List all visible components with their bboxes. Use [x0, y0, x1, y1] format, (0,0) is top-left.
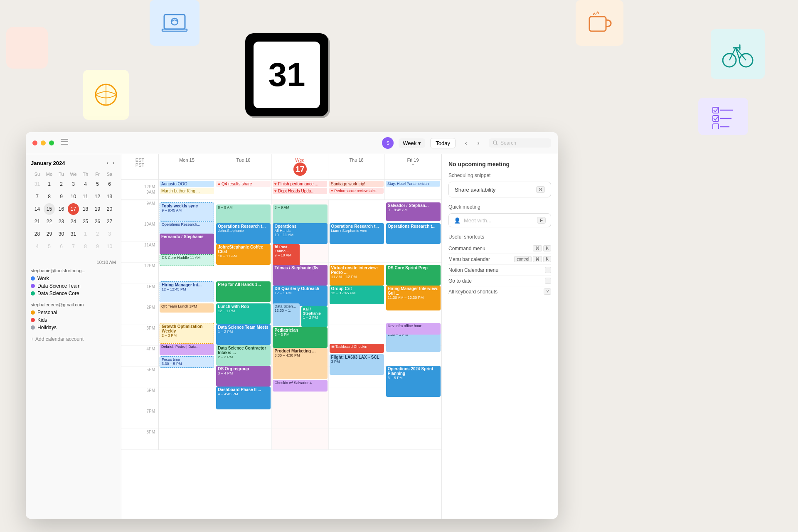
mini-cal-day[interactable]: 6 [56, 241, 67, 252]
mini-cal-day[interactable]: 12 [92, 191, 103, 202]
mini-cal-day[interactable]: 2 [92, 228, 103, 240]
mini-cal-day[interactable]: 19 [92, 203, 103, 215]
event-kai-stephanie[interactable]: Kai / Stephanie 1 – 2 PM [301, 306, 328, 327]
event-dev-infra[interactable]: Dev Infra office hour: [386, 323, 441, 335]
event-pediatrician[interactable]: Pediatrician 2 – 3 PM [273, 327, 327, 348]
mini-cal-day[interactable]: 31 [32, 178, 43, 190]
event-ds-contractor[interactable]: Data Science Contractor Intake: ... 2 – … [216, 345, 271, 366]
allday-event[interactable]: ♥ Performance review talks [329, 188, 384, 194]
event-focus-time[interactable]: Focus time 3:30 – 5 PM [160, 356, 214, 368]
mini-cal-day[interactable]: 10 [104, 241, 115, 252]
mini-cal-day[interactable]: 8 [80, 241, 91, 252]
event-checkin-salvador[interactable]: Checkin w/ Salvador 4 [273, 380, 327, 392]
event-tools-weekly[interactable]: Tools weekly sync 9 – 9:45 AM [160, 202, 214, 221]
mini-cal-day[interactable]: 31 [68, 228, 79, 240]
calendar-item-kids[interactable]: Kids [31, 316, 116, 324]
event-operations-wed[interactable]: Operations All Hands 10 – 11 AM [273, 223, 327, 244]
mini-cal-day[interactable]: 7 [32, 191, 43, 202]
event-data-scien[interactable]: Data Scien... 12:30 – 1: [273, 303, 300, 326]
event-growth-optimization[interactable]: Growth Optimization Weekly 2 – 3 PM [160, 323, 214, 344]
minimize-button[interactable] [41, 140, 46, 145]
next-button[interactable]: › [473, 138, 484, 148]
mini-cal-day[interactable]: 21 [32, 216, 43, 227]
add-calendar-account[interactable]: + Add calendar account [31, 336, 116, 342]
event-lunch-with-rob[interactable]: Lunch with Rob 12 – 1 PM [216, 303, 271, 324]
event-ds-org-regroup[interactable]: DS Org regroup 3 – 4 PM [216, 366, 271, 387]
mini-cal-day[interactable]: 5 [92, 178, 103, 190]
allday-event[interactable]: Augusto OOO [160, 181, 214, 187]
event-fernando-stephanie[interactable]: Fernando / Stephanie [160, 234, 214, 254]
event-group-crit[interactable]: Group Crit 12 – 12:45 PM [330, 286, 384, 304]
mini-cal-day[interactable]: 28 [32, 228, 43, 240]
event-ds-core-huddle[interactable]: DS Core Huddle 11 AM [160, 254, 214, 266]
mini-cal-day[interactable]: 13 [104, 191, 115, 202]
allday-event[interactable]: ♥ Dept Heads Upda... [273, 188, 327, 194]
allday-event[interactable]: Santiago work trip! [329, 181, 384, 187]
mini-cal-day[interactable]: 1 [80, 228, 91, 240]
event-ds-core-sprint[interactable]: DS Core Sprint Prep [386, 265, 441, 286]
allday-event[interactable]: Martin Luther King ... [160, 188, 214, 194]
mini-cal-day[interactable]: 14 [32, 203, 43, 215]
mini-cal-day[interactable]: 11 [80, 191, 91, 202]
allday-event[interactable]: ● Q4 results share [216, 181, 271, 187]
event-hiring-manager-fri[interactable]: Hiring Manager Interview: Gui ... 11:30 … [386, 286, 441, 310]
mini-cal-day[interactable]: 18 [80, 203, 91, 215]
mini-cal-day[interactable]: 22 [44, 216, 55, 227]
mini-cal-day[interactable]: 25 [80, 216, 91, 227]
event-hiring-manager-mon[interactable]: Hiring Manager Int... 12 – 12:45 PM [160, 281, 214, 302]
event-ds-team-meets[interactable]: Data Science Team Meets 1 – 2 PM [216, 324, 271, 345]
calendar-item-work[interactable]: Work [31, 275, 116, 282]
mini-cal-day[interactable]: 4 [32, 241, 43, 252]
mini-cal-day[interactable]: 7 [68, 241, 79, 252]
mini-cal-day[interactable]: 27 [104, 216, 115, 227]
event-operations-research-fri[interactable]: Operations Research t... [386, 223, 441, 244]
mini-cal-day[interactable]: 8 [44, 191, 55, 202]
mini-cal-day[interactable]: 2 [56, 178, 67, 190]
mini-cal-day[interactable]: 6 [104, 178, 115, 190]
mini-cal-day-selected[interactable]: 15 [44, 203, 55, 215]
prev-button[interactable]: ‹ [461, 138, 471, 148]
cal-scroll-area[interactable]: 9AM 10AM 11AM 12PM 1PM 2PM 3PM 4PM 5PM 6… [121, 200, 441, 519]
event-product-marketing[interactable]: Product Marketing ... 3:30 – 4:30 PM [273, 348, 327, 379]
event-coffee-chat[interactable]: John:Stephanie Coffee Chat 10 – 11 AM [216, 244, 271, 265]
event-post-launch[interactable]: 🏛 Post-Launc... 9 – 10 AM [273, 244, 300, 267]
event-virtual-onsite[interactable]: Virtual onsite interview: Pedro ... 11 A… [330, 265, 384, 286]
mini-cal-day[interactable]: 26 [92, 216, 103, 227]
mini-cal-day-today[interactable]: 17 [68, 203, 79, 215]
mini-cal-day[interactable]: 30 [56, 228, 67, 240]
user-avatar[interactable]: S [382, 137, 394, 149]
allday-event[interactable]: ♥ Finish performance ... [273, 181, 327, 187]
search-box[interactable]: Search [489, 138, 551, 148]
mini-cal-day[interactable]: 24 [68, 216, 79, 227]
event-taskboard-checkin[interactable]: ☰ Taskboard Checkin [330, 344, 384, 353]
event-operations-research-thu[interactable]: Operations Research t... Liam / Stephani… [330, 223, 384, 244]
mini-cal-day[interactable]: 3 [68, 178, 79, 190]
mini-cal-day[interactable]: 20 [104, 203, 115, 215]
event-tomas-stephanie[interactable]: Tómas / Stephanie (6v [273, 265, 327, 286]
mini-cal-day[interactable]: 9 [92, 241, 103, 252]
sidebar-toggle-icon[interactable] [61, 139, 69, 147]
mini-cal-day[interactable]: 16 [56, 203, 67, 215]
event-salvador-stephanie[interactable]: Salvador / Stephan... 9 – 9:45 AM [386, 202, 441, 221]
mini-cal-day[interactable]: 3 [104, 228, 115, 240]
event-operations-2024[interactable]: Operations 2024 Sprint Planning 3 – 5 PM [386, 366, 441, 397]
calendar-item-holidays[interactable]: Holidays [31, 324, 116, 331]
calendar-item-personal[interactable]: Personal [31, 309, 116, 316]
event-dashboard-phase[interactable]: Dashboard Phase II ... 4 – 4:45 PM [216, 387, 271, 409]
meet-with-input[interactable]: 👤 Meet with... F [448, 213, 551, 227]
event-debrief-pedro[interactable]: Debrief: Pedro | Data... [160, 344, 214, 355]
calendar-item-ds-team[interactable]: Data Science Team [31, 282, 116, 290]
mini-cal-day[interactable]: 9 [56, 191, 67, 202]
share-availability-button[interactable]: Share availability S [448, 182, 551, 197]
mini-cal-next[interactable]: › [111, 159, 116, 167]
event-operations-research-tue[interactable]: Operations Research t... John:Stephanie [216, 223, 271, 244]
mini-cal-prev[interactable]: ‹ [105, 159, 110, 167]
mini-cal-day[interactable]: 4 [80, 178, 91, 190]
mini-cal-day[interactable]: 29 [44, 228, 55, 240]
allday-event[interactable]: Stay: Hotel Panamerican [386, 181, 440, 187]
event-qr-team-lunch[interactable]: QR Team Lunch 1PM [160, 303, 214, 313]
close-button[interactable] [32, 140, 37, 145]
mini-cal-day[interactable]: 1 [44, 178, 55, 190]
calendar-item-ds-core[interactable]: Data Science Core [31, 290, 116, 297]
event-flight[interactable]: Flight: LA603 LAX→SCL 3 PM [330, 354, 384, 375]
